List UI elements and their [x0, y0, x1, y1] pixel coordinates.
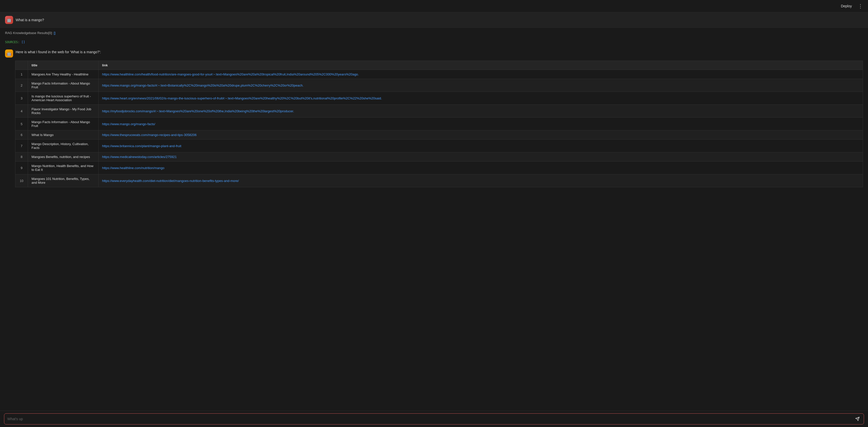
result-link[interactable]: https://www.mango.org/mango-facts/#:~:te… — [102, 84, 304, 87]
row-link: https://www.medicalnewstoday.com/article… — [98, 152, 863, 162]
table-row: 2Mango Facts Information - About Mango F… — [16, 79, 863, 92]
table-row: 7Mango Description, History, Cultivation… — [16, 140, 863, 152]
row-link: https://www.thespruceeats.com/mango-reci… — [98, 131, 863, 140]
row-num: 5 — [16, 118, 28, 131]
table-row: 6What Is Mangohttps://www.thespruceeats.… — [16, 131, 863, 140]
row-num: 4 — [16, 105, 28, 118]
row-num: 9 — [16, 162, 28, 174]
input-wrapper — [4, 414, 864, 425]
row-title: Flavor Investigator Mango - My Food Job … — [28, 105, 98, 118]
bot-icon: 🤖 — [5, 50, 13, 58]
result-link[interactable]: https://www.mango.org/mango-facts/ — [102, 122, 155, 126]
bot-response-row: 🤖 Here is what I found in the web for 'W… — [0, 46, 868, 61]
result-link[interactable]: https://www.britannica.com/plant/mango-p… — [102, 144, 181, 148]
result-link[interactable]: https://www.healthline.com/nutrition/man… — [102, 166, 164, 170]
row-title: Mango Nutrition, Health Benefits, and Ho… — [28, 162, 98, 174]
top-bar: Deploy ⋮ — [0, 0, 868, 12]
result-link[interactable]: https://www.heart.org/en/news/2021/06/02… — [102, 96, 382, 100]
row-title: Mango Facts Information - About Mango Fr… — [28, 79, 98, 92]
result-link[interactable]: https://www.healthline.com/health/food-n… — [102, 73, 359, 76]
result-link[interactable]: https://myfoodjobrocks.com/mango/#:~:tex… — [102, 109, 294, 113]
table-container: title link 1Mangoes Are They Healthy - H… — [0, 61, 868, 192]
row-title: What Is Mango — [28, 131, 98, 140]
row-num: 2 — [16, 79, 28, 92]
row-link: https://www.britannica.com/plant/mango-p… — [98, 140, 863, 152]
table-row: 3Is mango the luscious superhero of frui… — [16, 92, 863, 105]
row-link: https://myfoodjobrocks.com/mango/#:~:tex… — [98, 105, 863, 118]
row-title: Mangoes Benefits, nutrition, and recipes — [28, 152, 98, 162]
row-num: 7 — [16, 140, 28, 152]
row-link: https://www.mango.org/mango-facts/ — [98, 118, 863, 131]
row-title: Mangoes Are They Healthy - Healthline — [28, 70, 98, 79]
table-row: 4Flavor Investigator Mango - My Food Job… — [16, 105, 863, 118]
table-row: 8Mangoes Benefits, nutrition, and recipe… — [16, 152, 863, 162]
row-title: Is mango the luscious superhero of fruit… — [28, 92, 98, 105]
table-row: 5Mango Facts Information - About Mango F… — [16, 118, 863, 131]
user-icon: 🤖 — [5, 16, 13, 24]
row-link: https://www.everydayhealth.com/diet-nutr… — [98, 174, 863, 187]
result-link[interactable]: https://www.everydayhealth.com/diet-nutr… — [102, 179, 239, 183]
row-link: https://www.healthline.com/nutrition/man… — [98, 162, 863, 174]
row-num: 6 — [16, 131, 28, 140]
row-link: https://www.healthline.com/health/food-n… — [98, 70, 863, 79]
row-link: https://www.mango.org/mango-facts/#:~:te… — [98, 79, 863, 92]
row-title: Mango Facts Information - About Mango Fr… — [28, 118, 98, 131]
row-num: 8 — [16, 152, 28, 162]
table-row: 10Mangoes 101 Nutrition, Benefits, Types… — [16, 174, 863, 187]
row-num: 3 — [16, 92, 28, 105]
result-link[interactable]: https://www.medicalnewstoday.com/article… — [102, 155, 177, 159]
sources-row: SOURCES: [] — [0, 38, 868, 46]
col-title: title — [28, 61, 98, 70]
row-title: Mangoes 101 Nutrition, Benefits, Types, … — [28, 174, 98, 187]
table-row: 1Mangoes Are They Healthy - Healthlineht… — [16, 70, 863, 79]
sources-label: SOURCES: — [5, 40, 22, 44]
sources-value: [] — [22, 40, 25, 44]
row-num: 1 — [16, 70, 28, 79]
col-num — [16, 61, 28, 70]
more-options-button[interactable]: ⋮ — [857, 2, 864, 10]
deploy-button[interactable]: Deploy — [839, 3, 854, 9]
row-num: 10 — [16, 174, 28, 187]
row-link: https://www.heart.org/en/news/2021/06/02… — [98, 92, 863, 105]
send-button[interactable] — [854, 416, 861, 422]
table-header-row: title link — [16, 61, 863, 70]
col-link: link — [98, 61, 863, 70]
input-area — [0, 410, 868, 427]
table-row: 9Mango Nutrition, Health Benefits, and H… — [16, 162, 863, 174]
results-table: title link 1Mangoes Are They Healthy - H… — [15, 61, 863, 187]
chat-input[interactable] — [7, 417, 854, 421]
row-title: Mango Description, History, Cultivation,… — [28, 140, 98, 152]
main-content: 🤖 What is a mango? RAG Knowledgebase Res… — [0, 12, 868, 410]
user-query-row: 🤖 What is a mango? — [0, 12, 868, 28]
result-link[interactable]: https://www.thespruceeats.com/mango-reci… — [102, 133, 196, 137]
user-query-text: What is a mango? — [16, 18, 44, 22]
rag-value: [] — [54, 31, 56, 35]
bot-response-text: Here is what I found in the web for 'Wha… — [16, 49, 101, 54]
rag-results-row: RAG Knowledgebase Results[0]: [] — [0, 28, 868, 38]
rag-label: RAG Knowledgebase Results[0]: — [5, 31, 54, 35]
top-bar-actions: Deploy ⋮ — [839, 2, 864, 10]
